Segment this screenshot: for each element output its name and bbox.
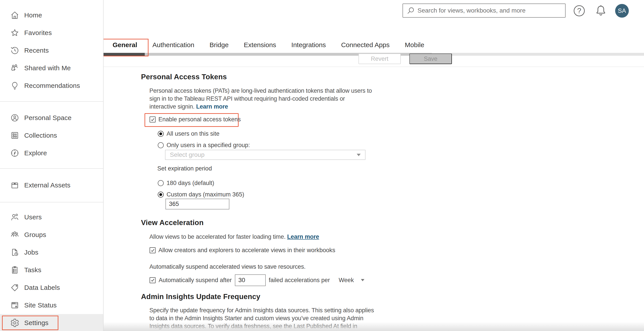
sidebar-item-label: Jobs: [24, 249, 38, 256]
sidebar-item-settings[interactable]: Settings: [0, 314, 103, 331]
sidebar-item-personal-space[interactable]: Personal Space: [0, 109, 103, 127]
view-acceleration-description: Allow views to be accelerated for faster…: [150, 233, 480, 241]
sidebar-group-assets: External Assets: [0, 176, 103, 194]
suspend-description: Automatically suspend accelerated views …: [150, 263, 480, 271]
status-window-icon: [10, 301, 20, 310]
tab-connected-apps[interactable]: Connected Apps: [341, 41, 390, 49]
tag-icon: [10, 283, 20, 292]
auto-suspend-row: Automatically suspend after failed accel…: [150, 274, 364, 287]
drawer-box-icon: [10, 181, 20, 190]
sidebar-item-label: Tasks: [24, 266, 42, 274]
failed-accelerations-input[interactable]: [235, 274, 266, 286]
tab-integrations[interactable]: Integrations: [291, 41, 326, 49]
sidebar-item-label: Settings: [24, 319, 48, 327]
custom-days-radio[interactable]: [158, 192, 164, 198]
pat-description: Personal access tokens (PATs) are long-l…: [150, 87, 372, 111]
admin-insights-heading: Admin Insights Update Frequency: [141, 293, 260, 301]
settings-tabs: General Authentication Bridge Extensions…: [112, 37, 424, 53]
sidebar-item-label: Groups: [24, 231, 46, 239]
sidebar-group-main: Home Favorites Recents Shared with Me Re…: [0, 0, 103, 94]
compass-icon: [10, 148, 20, 158]
sidebar-item-label: Recommendations: [24, 82, 80, 89]
sidebar-item-label: Explore: [24, 149, 47, 157]
sidebar-item-label: Collections: [24, 132, 57, 139]
sidebar-item-label: Site Status: [24, 302, 56, 309]
all-users-label: All users on this site: [166, 130, 220, 137]
sidebar-item-label: Recents: [24, 47, 49, 54]
sidebar-item-site-status[interactable]: Site Status: [0, 297, 103, 314]
sidebar-divider: [0, 202, 103, 202]
allow-accelerate-checkbox[interactable]: [150, 247, 156, 253]
days-180-label: 180 days (default): [166, 180, 214, 187]
history-clock-icon: [10, 46, 20, 55]
search-input[interactable]: [418, 7, 565, 14]
tab-extensions[interactable]: Extensions: [244, 41, 276, 49]
sidebar: Home Favorites Recents Shared with Me Re…: [0, 0, 104, 331]
star-icon: [10, 28, 20, 37]
header-divider: [104, 66, 644, 67]
accel-learn-more-link[interactable]: Learn more: [287, 233, 319, 240]
collections-grid-icon: [10, 131, 20, 140]
sidebar-item-recommendations[interactable]: Recommendations: [0, 77, 103, 94]
enable-pat-checkbox[interactable]: [150, 116, 156, 122]
clipboard-list-icon: [10, 265, 20, 275]
expiration-period-label: Set expiration period: [157, 165, 212, 172]
sidebar-item-external-assets[interactable]: External Assets: [0, 176, 103, 194]
sidebar-item-users[interactable]: Users: [0, 208, 103, 226]
sidebar-item-label: External Assets: [24, 181, 70, 189]
lightbulb-icon: [10, 81, 20, 90]
search-bar: [402, 3, 566, 18]
users-icon: [10, 213, 20, 222]
pat-description-text: Personal access tokens (PATs) are long-l…: [150, 87, 372, 110]
tab-bridge[interactable]: Bridge: [210, 41, 229, 49]
sidebar-item-data-labels[interactable]: Data Labels: [0, 279, 103, 297]
sidebar-item-tasks[interactable]: Tasks: [0, 261, 103, 279]
sidebar-item-collections[interactable]: Collections: [0, 127, 103, 144]
sidebar-item-label: Home: [24, 11, 42, 19]
sidebar-divider: [0, 168, 103, 169]
save-button[interactable]: Save: [409, 53, 452, 64]
sidebar-group-admin: Users Groups Jobs Tasks Data Labels Site…: [0, 208, 103, 331]
allow-accelerate-row: Allow creators and explorers to accelera…: [150, 247, 335, 254]
view-acceleration-heading: View Acceleration: [141, 219, 204, 227]
allow-accelerate-label: Allow creators and explorers to accelera…: [158, 247, 335, 254]
sidebar-divider: [0, 101, 103, 102]
days-180-radio[interactable]: [158, 180, 164, 186]
select-group-dropdown[interactable]: Select group: [165, 150, 366, 160]
tab-general[interactable]: General: [112, 41, 137, 49]
all-users-radio-row: All users on this site: [158, 130, 220, 137]
tab-authentication[interactable]: Authentication: [152, 41, 194, 49]
sidebar-item-label: Users: [24, 213, 42, 221]
tab-mobile[interactable]: Mobile: [405, 41, 424, 49]
sidebar-item-groups[interactable]: Groups: [0, 226, 103, 244]
sidebar-item-favorites[interactable]: Favorites: [0, 24, 103, 42]
sidebar-item-home[interactable]: Home: [0, 6, 103, 24]
tab-track-light: [432, 53, 644, 56]
sidebar-item-explore[interactable]: Explore: [0, 144, 103, 162]
document-clock-icon: [10, 248, 20, 257]
all-users-radio[interactable]: [158, 131, 164, 137]
home-icon: [10, 10, 20, 20]
period-caret-icon[interactable]: [361, 279, 364, 281]
auto-suspend-after-label: failed accelerations per: [269, 277, 330, 284]
active-tab-indicator: [104, 53, 145, 56]
sidebar-item-recents[interactable]: Recents: [0, 42, 103, 59]
auto-suspend-checkbox[interactable]: [150, 277, 156, 283]
specified-group-label: Only users in a specified group:: [166, 142, 250, 149]
sidebar-group-personal: Personal Space Collections Explore: [0, 109, 103, 162]
suspend-period-value[interactable]: Week: [339, 277, 354, 284]
revert-button[interactable]: Revert: [358, 53, 401, 64]
pat-learn-more-link[interactable]: Learn more: [196, 103, 228, 110]
specified-group-radio[interactable]: [158, 142, 164, 148]
admin-insights-description: Specify the update frequency for Admin I…: [150, 306, 374, 331]
shared-with-me-icon: [10, 63, 20, 73]
custom-days-radio-row: Custom days (maximum 365): [158, 191, 244, 198]
gear-icon: [10, 318, 20, 328]
enable-pat-row: Enable personal access tokens: [150, 116, 241, 123]
sidebar-item-shared-with-me[interactable]: Shared with Me: [0, 59, 103, 77]
custom-days-input[interactable]: [166, 199, 229, 209]
person-circle-icon: [10, 113, 20, 122]
sidebar-item-label: Shared with Me: [24, 64, 71, 72]
select-group-placeholder: Select group: [170, 151, 204, 158]
sidebar-item-jobs[interactable]: Jobs: [0, 244, 103, 261]
